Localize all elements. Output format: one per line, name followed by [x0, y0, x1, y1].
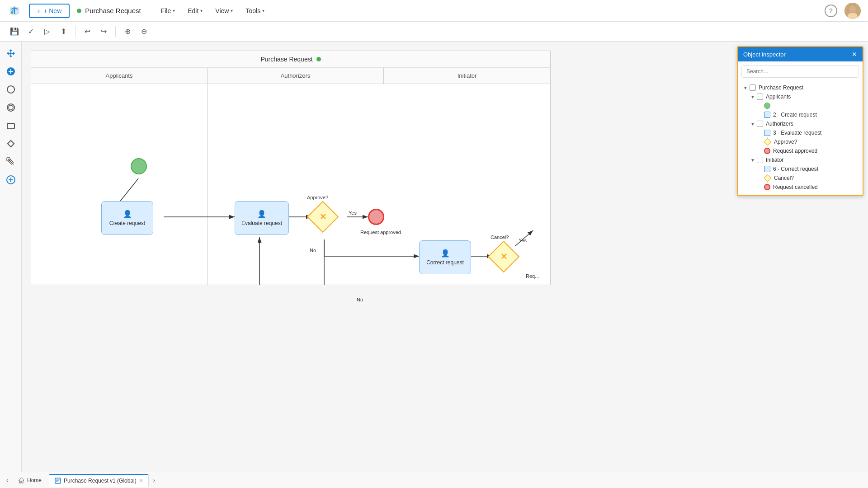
diagram-container: Purchase Request Applicants Authorizers …: [31, 51, 551, 285]
oi-label-evaluate-request: 3 - Evaluate request: [773, 130, 821, 136]
lane-header-applicants: Applicants: [31, 68, 208, 84]
oi-node-cancel-gateway[interactable]: Cancel?: [756, 174, 859, 183]
oi-box-icon-authorizers: [757, 121, 763, 127]
edit-menu[interactable]: Edit ▾: [182, 5, 208, 17]
oi-box-blue-icon-evaluate: [764, 130, 770, 136]
tab-home[interactable]: Home: [13, 474, 47, 486]
redo-button[interactable]: ↪: [96, 24, 111, 39]
tab-purchase-request[interactable]: Purchase Request v1 (Global) ✕: [49, 474, 149, 487]
save-button[interactable]: 💾: [7, 24, 22, 39]
canvas-area[interactable]: Purchase Request Applicants Authorizers …: [22, 42, 868, 472]
lane-divider-2: [384, 84, 384, 285]
oi-box-icon-root: [750, 84, 756, 91]
process-tab-label: Purchase Request v1 (Global): [64, 478, 137, 484]
oi-label-applicants: Applicants: [766, 94, 791, 100]
data-tool[interactable]: [3, 154, 19, 170]
oi-node-correct-request[interactable]: 6 - Correct request: [756, 164, 859, 174]
oi-node-create-request[interactable]: 2 - Create request: [756, 110, 859, 119]
oi-node-approve-gateway[interactable]: Approve?: [756, 137, 859, 146]
process-name-label: Purchase Request: [85, 7, 141, 14]
help-icon[interactable]: ?: [825, 5, 837, 17]
lane-divider-1: [208, 84, 208, 285]
cancel-gateway-shape: ✕: [488, 241, 520, 273]
view-menu[interactable]: View ▾: [210, 5, 238, 17]
diagram-toolbar: 💾 ✓ ▷ ⬆ ↩ ↪ ⊕ ⊖: [0, 22, 868, 42]
oi-label-purchase-request: Purchase Request: [759, 84, 803, 91]
new-button[interactable]: + + New: [29, 4, 70, 18]
export-button[interactable]: ⬆: [56, 24, 71, 39]
add-shape-tool[interactable]: [3, 63, 19, 80]
oi-node-initiator[interactable]: ▼ Initiator: [749, 155, 859, 164]
yes-label-1: Yes: [349, 210, 357, 216]
validate-button[interactable]: ✓: [24, 24, 38, 39]
svg-point-4: [849, 6, 856, 12]
diagram-body[interactable]: Applicants Authorizers Initiator: [31, 68, 550, 285]
expand-icon-authorizers: ▼: [750, 122, 755, 127]
task-user-icon-3: 👤: [441, 249, 450, 258]
tools-menu[interactable]: Tools ▾: [240, 5, 270, 17]
pan-tool[interactable]: [3, 45, 19, 61]
create-request-label: Create request: [109, 220, 145, 226]
svg-rect-10: [7, 141, 14, 147]
oi-label-create-request: 2 - Create request: [773, 112, 817, 118]
run-button[interactable]: ▷: [40, 24, 54, 39]
file-menu-chevron: ▾: [173, 8, 175, 13]
svg-point-8: [9, 105, 13, 110]
object-inspector-header: Object inspector ✕: [738, 47, 863, 61]
home-icon: [18, 477, 24, 483]
oi-node-authorizers[interactable]: ▼ Authorizers: [749, 119, 859, 128]
oi-label-authorizers: Authorizers: [766, 121, 793, 127]
cancel-label: Cancel?: [491, 235, 509, 240]
gateway-x-mark: ✕: [320, 212, 326, 222]
undo-button[interactable]: ↩: [80, 24, 94, 39]
oi-label-request-cancelled: Request cancelled: [773, 184, 818, 190]
oi-node-applicants[interactable]: ▼ Applicants: [749, 92, 859, 101]
expand-icon-initiator: ▼: [750, 158, 755, 163]
start-event[interactable]: [131, 158, 147, 174]
home-tab-label: Home: [27, 477, 42, 483]
expand-icon-root: ▼: [743, 85, 748, 90]
new-button-label: + New: [43, 7, 61, 14]
zoom-in-button[interactable]: ⊕: [120, 24, 135, 39]
view-menu-label: View: [215, 7, 229, 14]
lane-header-initiator: Initiator: [384, 68, 550, 84]
object-inspector-close-button[interactable]: ✕: [852, 51, 857, 58]
oi-label-initiator: Initiator: [766, 157, 783, 163]
user-avatar[interactable]: [844, 3, 861, 19]
oi-diamond-icon-cancel: [764, 174, 772, 182]
oi-node-request-approved[interactable]: Request approved: [756, 146, 859, 155]
req-cancelled-label: Req...: [526, 273, 539, 279]
tab-scroll-right[interactable]: ›: [151, 476, 158, 484]
tab-scroll-left[interactable]: ‹: [4, 476, 11, 484]
request-approved-end[interactable]: [368, 209, 384, 225]
gateway-tool[interactable]: [3, 136, 19, 152]
event-tool[interactable]: [3, 99, 19, 116]
oi-node-evaluate-request[interactable]: 3 - Evaluate request: [756, 128, 859, 137]
oi-box-blue-icon-correct: [764, 166, 770, 172]
arrows-svg: [31, 68, 550, 285]
file-menu[interactable]: File ▾: [156, 5, 181, 17]
separator-1: [75, 26, 75, 37]
top-right-actions: ?: [825, 3, 861, 19]
oi-circle-red-icon-cancelled: [764, 184, 770, 190]
yes-label-2: Yes: [519, 238, 527, 243]
create-request-task[interactable]: 👤 Create request: [101, 201, 153, 235]
oi-box-blue-icon-create: [764, 112, 770, 118]
tab-close-button[interactable]: ✕: [139, 478, 143, 483]
oi-node-request-cancelled[interactable]: Request cancelled: [756, 183, 859, 192]
object-inspector-panel: Object inspector ✕ ▼ Purchase Request ▼ …: [737, 46, 863, 196]
object-inspector-tree: ▼ Purchase Request ▼ Applicants: [738, 81, 863, 195]
circle-tool[interactable]: [3, 81, 19, 98]
task-tool[interactable]: [3, 117, 19, 134]
zoom-out-button[interactable]: ⊖: [137, 24, 151, 39]
oi-node-purchase-request[interactable]: ▼ Purchase Request: [741, 83, 859, 92]
oi-node-start[interactable]: [756, 101, 859, 110]
cancel-gateway-x-mark: ✕: [500, 252, 507, 262]
correct-request-task[interactable]: 👤 Correct request: [419, 240, 471, 274]
svg-point-0: [11, 11, 13, 13]
add-element-tool[interactable]: [3, 172, 19, 188]
object-inspector-search-input[interactable]: [741, 65, 859, 78]
left-sidebar: [0, 42, 22, 472]
evaluate-request-task[interactable]: 👤 Evaluate request: [235, 201, 289, 235]
expand-icon-applicants: ▼: [750, 94, 755, 99]
